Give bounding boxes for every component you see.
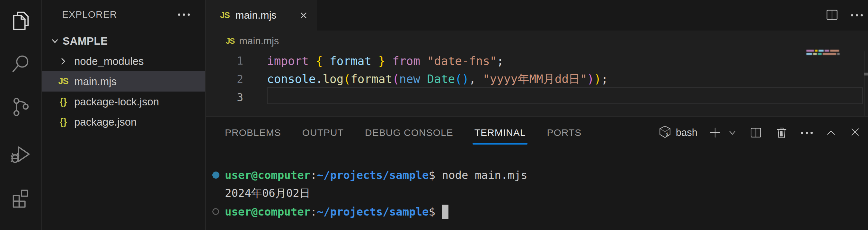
tree-item-package-json[interactable]: {} package.json [42,112,205,132]
more-actions-icon[interactable] [851,14,863,17]
split-editor-icon[interactable] [825,8,839,23]
root-folder-label: SAMPLE [63,35,108,47]
panel-tab-problems[interactable]: PROBLEMS [225,117,281,149]
new-terminal-icon[interactable] [708,126,722,139]
shell-name-label[interactable]: bash [676,127,698,138]
close-tab-icon[interactable] [299,10,308,20]
tree-item-package-lock-json[interactable]: {} package-lock.json [42,92,205,112]
file-label: package-lock.json [74,96,159,108]
editor-tab-main-mjs[interactable]: JS main.mjs [206,0,317,31]
code-line: 1import { format } from "date-fns"; [206,52,868,70]
sidebar-header: EXPLORER [42,0,205,29]
svg-text:$: $ [666,132,669,137]
activity-bar-item-explorer[interactable] [0,4,42,39]
line-number: 3 [206,91,254,104]
file-label: node_modules [74,55,144,67]
terminal-line: user@computer:~/projects/sample$ [206,202,868,221]
panel-tab-output[interactable]: OUTPUT [302,117,344,149]
kill-terminal-trash-icon[interactable] [775,126,788,139]
terminal-line: 2024年06月02日 [206,184,868,202]
maximize-panel-chevron-up-icon[interactable] [826,127,837,138]
tree-item-main-mjs[interactable]: JS main.mjs [42,71,205,92]
code-line: 3 [206,88,868,107]
command-pending-decoration[interactable] [212,208,219,215]
tree-root-sample[interactable]: SAMPLE [42,31,205,51]
panel-header: PROBLEMSOUTPUTDEBUG CONSOLETERMINALPORTS… [206,117,868,149]
terminal-cursor [442,205,448,219]
activity-bar-item-extensions[interactable] [0,182,42,217]
panel-more-actions-icon[interactable] [801,132,813,134]
terminal-output[interactable]: user@computer:~/projects/sample$ node ma… [206,149,868,230]
sidebar-title: EXPLORER [62,9,117,20]
breadcrumb[interactable]: JS main.mjs [206,31,868,52]
chevron-right-icon [56,57,70,66]
editor-tab-bar: JS main.mjs [206,0,868,31]
search-icon [10,53,32,76]
line-number: 1 [206,55,254,67]
extensions-icon [10,188,32,211]
file-label: main.mjs [74,75,117,88]
explorer-more-actions-icon[interactable] [178,13,190,16]
launch-profile-chevron-icon[interactable] [728,129,737,137]
breadcrumb-file-label: main.mjs [239,35,279,47]
panel-tab-debug-console[interactable]: DEBUG CONSOLE [365,117,453,149]
bash-shell-icon[interactable]: $ [658,125,672,140]
vscode-window: EXPLORER SAMPLE node_modules JS main.mjs [0,0,868,230]
close-panel-icon[interactable] [849,126,861,139]
json-file-icon: {} [56,96,70,107]
activity-bar-item-search[interactable] [0,46,42,82]
command-success-decoration[interactable] [212,171,219,178]
tree-item-node-modules[interactable]: node_modules [42,51,205,71]
overview-ruler-cursor-mark [864,73,868,75]
json-file-icon: {} [56,117,70,127]
chevron-down-icon [48,36,62,46]
activity-bar-item-source-control[interactable] [0,90,42,125]
file-label: package.json [74,116,136,128]
line-number: 2 [206,73,254,86]
split-terminal-icon[interactable] [749,126,762,139]
explorer-sidebar: EXPLORER SAMPLE node_modules JS main.mjs [42,0,206,230]
editor-group: JS main.mjs JS main.mjs 1import { format… [206,0,868,230]
panel-tab-ports[interactable]: PORTS [547,117,582,149]
editor-actions [825,0,863,31]
js-file-icon: JS [56,76,70,87]
files-icon [10,10,32,33]
terminal-line: user@computer:~/projects/sample$ node ma… [206,166,868,184]
panel-tabs: PROBLEMSOUTPUTDEBUG CONSOLETERMINALPORTS [225,117,603,149]
panel-tab-terminal[interactable]: TERMINAL [474,117,526,149]
js-file-icon: JS [220,10,230,20]
minimap[interactable] [806,50,841,56]
tab-label: main.mjs [236,9,277,21]
code-line: 2console.log(format(new Date(), "yyyy年MM… [206,70,868,88]
activity-bar [0,0,42,230]
panel-actions: $ bash [658,117,861,149]
bottom-panel: PROBLEMSOUTPUTDEBUG CONSOLETERMINALPORTS… [206,116,868,230]
activity-bar-item-run-debug[interactable] [0,138,42,173]
js-file-icon: JS [226,37,235,45]
code-editor[interactable]: 1import { format } from "date-fns";2cons… [206,52,868,107]
file-tree: SAMPLE node_modules JS main.mjs {} packa… [42,31,205,132]
debug-icon [10,144,32,167]
editor-scrollbar[interactable] [865,52,865,116]
source-control-icon [10,96,32,119]
